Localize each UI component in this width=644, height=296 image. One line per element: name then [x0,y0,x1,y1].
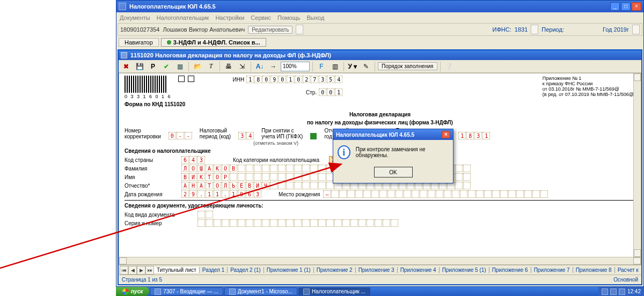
taskbar-item[interactable]: Налогоплательщик ... [298,287,370,295]
document-section-title: Сведения о документе, удостоверяющем лич… [125,203,635,209]
page-tab[interactable]: Приложение 7 [531,267,573,273]
edit-taxpayer-button[interactable]: Редактировать [248,26,292,34]
tray-icon[interactable] [619,288,625,295]
patronymic-label: Отчество* [125,183,178,189]
navigator-row: Навигатор 3-НДФЛ и 4-НДФЛ. Список в... [116,36,643,48]
ifns-value: 1831 [515,26,528,33]
tool-search[interactable]: A↓ [254,61,266,72]
tool-export[interactable]: ⇲ [236,61,248,72]
tool-open[interactable]: 📂 [192,61,203,72]
page-tab[interactable]: Приложение 3 [356,267,398,273]
docid-cells[interactable] [197,211,213,218]
menu-taxpayer[interactable]: Налогоплательщик [157,14,209,21]
horizontal-scrollbar[interactable] [119,257,641,264]
page-num-label: Стр. [306,90,317,95]
declaration-title1: Налоговая декларация [125,112,635,117]
pob-cells[interactable]: – [323,190,548,198]
page-num-cells: 001 [319,88,342,96]
app-titlebar: Налогоплательщик ЮЛ 4.65.5 _ □ × [116,1,643,12]
tool-grid[interactable]: ▦ [174,61,186,72]
serial-label: Серия и номер [125,220,194,226]
tool-save[interactable]: 💾 [134,61,145,72]
tool-x[interactable]: ✖ [120,61,132,72]
pob-label: Место рождения [279,191,320,197]
dialog-close-button[interactable]: × [442,131,450,138]
start-button[interactable]: пуск [116,287,149,296]
taskbar-item[interactable]: Документ1 - Microso... [224,287,297,295]
taskbar-item-label: Налогоплательщик ... [312,288,365,294]
tool-check[interactable]: ✔ [160,61,172,72]
navigator-button[interactable]: Навигатор [119,38,159,47]
serial-cells[interactable] [197,219,398,227]
taskbar-item[interactable]: 7307 - Входящие — ... [150,287,223,295]
tool-u[interactable]: У ▾ [347,61,358,72]
fill-order-button[interactable]: Порядок заполнения [378,62,437,70]
taxperiod-label: Налоговый [200,128,231,134]
page-tab[interactable]: Приложение 2 [314,267,356,273]
zoom-combo[interactable] [281,62,310,71]
document-tab[interactable]: 3-НДФЛ и 4-НДФЛ. Список в... [161,38,266,47]
scroll-right-button[interactable] [633,257,641,264]
infobar-sep[interactable] [296,25,303,34]
page-tab[interactable]: Приложение 1 (1) [264,267,314,273]
tool-wand[interactable]: ✎ [360,61,372,72]
taxperiod-cells[interactable]: 34 [238,132,254,139]
close-button[interactable]: × [632,2,641,11]
declaration-title2: по налогу на доходы физических лиц (форм… [125,120,635,125]
tabs-last[interactable]: ⏭ [145,266,154,275]
menu-service[interactable]: Сервис [251,14,271,21]
page-tab[interactable]: Приложение 4 [398,267,440,273]
page-tab[interactable]: Приложение 8 [573,267,615,273]
tool-layout[interactable]: ▥ [329,61,341,72]
menu-exit[interactable]: Выход [307,14,325,21]
start-orb-icon [122,288,129,295]
page-tab[interactable]: Титульный лист [154,267,200,273]
page-tab[interactable]: Приложение 5 (1) [440,267,489,273]
dob-cells[interactable]: 29.11.1963 [181,190,261,198]
tool-form[interactable]: F [316,61,327,72]
tray-icon[interactable] [610,288,617,295]
scroll-up-button[interactable] [634,73,641,81]
appendix-line: к приказу ФНС России [543,81,635,86]
year-picker[interactable] [632,25,640,34]
country-cells[interactable]: 643 [181,156,205,164]
corr-cells[interactable]: 0-- [169,132,192,139]
clock: 12:42 [627,288,641,294]
tool-print[interactable]: 🖶 [223,61,235,72]
taxperiod-label2: период (код) [200,134,231,139]
menu-documents[interactable]: Документы [120,14,150,21]
menu-settings[interactable]: Настройки [215,14,244,21]
scroll-down-button[interactable] [634,249,641,257]
maximize-button[interactable]: □ [621,2,631,11]
menu-help[interactable]: Помощь [277,14,301,21]
marker-square [178,76,185,82]
tabs-first[interactable]: ⏮ [120,266,128,275]
ifns-picker[interactable] [531,25,538,34]
page-tab[interactable]: Раздел 2 (1) [228,267,264,273]
appendix-line: (в ред. от 07.10.2019 № ММВ-7-11/506@) [543,92,635,97]
dob-label: Дата рождения [125,191,178,197]
subwindow-titlebar: 1151020 Налоговая декларация по налогу н… [119,50,641,60]
system-tray[interactable]: 12:42 [598,287,644,296]
page-tab[interactable]: Раздел 1 [200,267,228,273]
tabs-next[interactable]: ▶ [137,266,145,275]
vertical-scrollbar[interactable] [633,73,641,257]
category-label: Код категории налогоплательщика [233,157,319,163]
minimize-button[interactable]: _ [610,2,620,11]
tool-replace[interactable]: → [267,61,279,72]
corr-label2: корректировки [125,134,161,139]
deregister-checkbox[interactable] [310,133,317,139]
scroll-left-button[interactable] [119,257,127,264]
organ-cells[interactable]: 1831 [458,132,490,139]
page-tab[interactable]: Приложение 6 [489,267,531,273]
tabs-prev[interactable]: ◀ [128,266,137,275]
dialog-ok-button[interactable]: OK [374,167,413,177]
app-icon [229,288,236,295]
tool-p[interactable]: P [147,61,159,72]
help-icon[interactable]: ❔ [443,61,455,72]
tool-t[interactable]: T [205,61,217,72]
taskbar: пуск 7307 - Входящие — ... Документ1 - M… [116,287,644,296]
taxpayer-name: Лошаков Виктор Анатольевич [163,26,245,33]
tray-icon[interactable] [602,288,608,295]
page-tab[interactable]: Расчет к прил.1 [615,267,640,273]
